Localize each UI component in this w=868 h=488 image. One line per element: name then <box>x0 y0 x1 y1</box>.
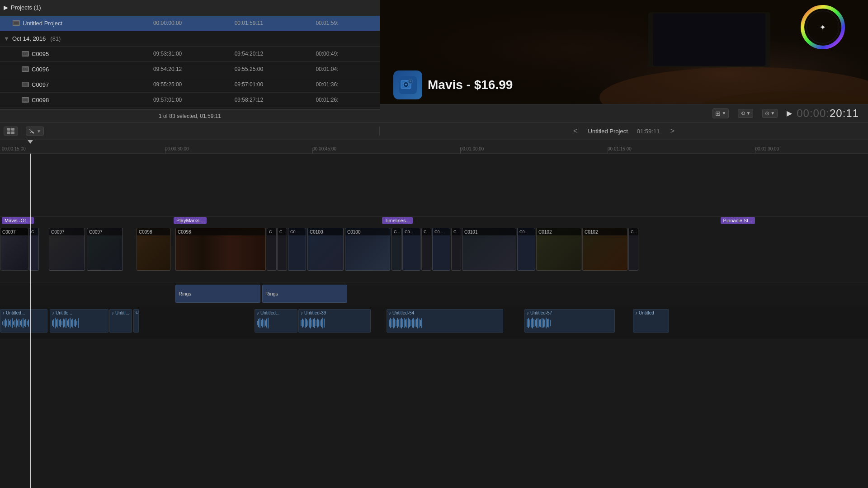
clip-c0100-2[interactable]: C0100 <box>345 228 390 271</box>
audio-label: ♪ Untitled... <box>0 310 47 316</box>
tool-selector[interactable]: ▼ <box>26 127 44 136</box>
clip-c0098-2[interactable]: C0098 <box>175 228 266 271</box>
clip-name: C0... <box>288 228 306 235</box>
app-badge: Mavis - $16.99 <box>393 70 513 99</box>
clip-row-c0097[interactable]: C0097 09:55:25:00 09:57:01:00 00:01:36: <box>0 77 380 92</box>
audio-seg-7[interactable]: ♪ Untitled-54 <box>387 309 503 333</box>
clip-c0097-2[interactable]: C0097 <box>49 228 85 271</box>
clip-start: 09:57:01:00 <box>150 92 231 108</box>
clip-name: C0098 <box>137 228 170 235</box>
clip-row-c0096[interactable]: C0096 09:54:20:12 09:55:25:00 00:01:04: <box>0 61 380 77</box>
ruler-mark-2: 00:00:45:00 <box>312 146 336 151</box>
audio-seg-2[interactable]: ♪ Untitle... <box>50 309 108 333</box>
browser-scroll[interactable]: ▶ Projects (1) Untitled Project <box>0 0 380 109</box>
clip-row-c0098[interactable]: C0098 09:57:01:00 09:58:27:12 00:01:26: <box>0 92 380 108</box>
audio-seg-5[interactable]: ♪ Untitled... <box>255 309 297 333</box>
view-dropdown[interactable]: ⊞ ▼ <box>712 108 729 118</box>
ruler-mark-0: 00:00:15:00 <box>2 146 26 151</box>
clip-end: 09:54:20:12 <box>231 46 312 61</box>
clip-c-sm6[interactable]: C... <box>628 228 638 271</box>
clip-name: C0101 <box>462 228 516 235</box>
audio-seg-6[interactable]: ♪ Untitled-39 <box>298 309 371 333</box>
clip-start: 09:54:20:12 <box>150 61 231 77</box>
ruler-tick <box>460 150 461 153</box>
project-name: Untitled Project <box>23 20 62 27</box>
audio-label: ♪ Untitled... <box>255 310 297 316</box>
audio-clip-rings-2[interactable]: Rings <box>262 285 347 303</box>
clip-name: C. <box>278 228 287 235</box>
separator <box>22 127 22 136</box>
svg-line-22 <box>32 131 34 133</box>
timecode-dim: 00:00: <box>797 107 830 119</box>
clip-end: 09:58:27:12 <box>231 92 312 108</box>
clip-c0097-1[interactable]: C0097 <box>0 228 28 271</box>
app-name-label: Mavis - $16.99 <box>428 78 513 92</box>
clip-icon <box>22 97 29 103</box>
clip-c0097-3[interactable]: C0097 <box>87 228 123 271</box>
playhead-triangle <box>28 140 33 144</box>
clip-name: C0097 <box>87 228 123 235</box>
clip-c-sm4[interactable]: C... <box>421 228 431 271</box>
timeline-nav-back[interactable]: < <box>570 126 581 136</box>
clip-visual <box>176 235 265 271</box>
audio-seg-1[interactable]: ♪ Untitled... <box>0 309 47 333</box>
clip-c-sm5[interactable]: C <box>451 228 461 271</box>
color-wheel <box>800 5 845 50</box>
audio-rings-track: Rings Rings <box>0 282 868 307</box>
clip-c-sm3[interactable]: C... <box>392 228 401 271</box>
transform-dropdown[interactable]: ⟲ ▼ <box>738 109 753 118</box>
clip-c-sm1[interactable]: C <box>267 228 277 271</box>
clip-duration: 00:01:04: <box>312 61 380 77</box>
chapter-marker-pinnacle: Pinnacle St... <box>721 217 755 225</box>
clip-name: C0... <box>433 228 450 235</box>
svg-rect-19 <box>11 128 14 131</box>
clip-visual <box>462 235 516 271</box>
clip-c0100-1[interactable]: C0100 <box>307 228 344 271</box>
audio-label: ♪ Untitled-39 <box>299 310 370 316</box>
browser-panel: ▶ Projects (1) Untitled Project <box>0 0 380 122</box>
clip-short-1[interactable]: C... <box>29 228 39 271</box>
app-icon <box>393 70 422 99</box>
clip-name: C... <box>422 228 431 235</box>
project-row-untitled[interactable]: Untitled Project 00:00:00:00 00:01:59:11… <box>0 15 380 31</box>
project-end: 00:01:59:11 <box>231 15 312 31</box>
group-row-oct14[interactable]: ▼ Oct 14, 2016 (81) <box>0 31 380 46</box>
audio-seg-9[interactable]: ♪ Untitled <box>633 309 669 333</box>
chapter-label: Timelines... <box>382 217 413 224</box>
speed-dropdown[interactable]: ⊙ ▼ <box>762 109 778 118</box>
play-button[interactable]: ▶ <box>787 109 792 117</box>
clip-c0102-1[interactable]: C0102 <box>536 228 581 271</box>
clip-c0-1[interactable]: C0... <box>288 228 306 271</box>
clip-visual <box>137 235 170 271</box>
clip-c0101[interactable]: C0101 <box>462 228 516 271</box>
clip-visual <box>87 235 123 271</box>
audio-waveform <box>0 316 47 330</box>
clip-row-c0095[interactable]: C0095 09:53:31:00 09:54:20:12 00:00:49: <box>0 46 380 61</box>
view-control-group: ⊞ ▼ <box>712 108 729 118</box>
svg-point-17 <box>410 80 411 82</box>
transform-control-group: ⟲ ▼ <box>738 109 753 118</box>
clip-c0-4[interactable]: C0... <box>517 228 535 271</box>
ruler-mark-5: 00:01:30:00 <box>755 146 779 151</box>
timeline-ruler[interactable]: 00:00:15:00 00:00:30:00 00:00:45:00 00:0… <box>0 140 868 154</box>
audio-seg-4[interactable]: U <box>133 309 139 333</box>
clip-c0098-1[interactable]: C0098 <box>137 228 170 271</box>
clip-start: 09:55:25:00 <box>150 77 231 92</box>
audio-waveform <box>50 316 108 330</box>
clip-c0-3[interactable]: C0... <box>432 228 450 271</box>
clip-duration: 00:01:36: <box>312 77 380 92</box>
clip-visual <box>0 235 28 271</box>
clip-c-sm2[interactable]: C. <box>277 228 287 271</box>
audio-seg-3[interactable]: ♪ Untitl... <box>109 309 132 333</box>
audio-clip-rings-1[interactable]: Rings <box>175 285 260 303</box>
audio-clip-label: Rings <box>179 291 191 296</box>
clip-c0-2[interactable]: C0... <box>402 228 420 271</box>
clip-name: C... <box>629 228 638 235</box>
timeline-nav-forward[interactable]: > <box>667 126 678 136</box>
view-selector-button[interactable] <box>4 127 18 136</box>
ruler-tick <box>165 150 165 153</box>
clip-name: C0... <box>403 228 420 235</box>
audio-seg-8[interactable]: ♪ Untitled-57 <box>524 309 615 333</box>
clip-c0102-2[interactable]: C0102 <box>582 228 627 271</box>
svg-point-11 <box>821 26 824 28</box>
